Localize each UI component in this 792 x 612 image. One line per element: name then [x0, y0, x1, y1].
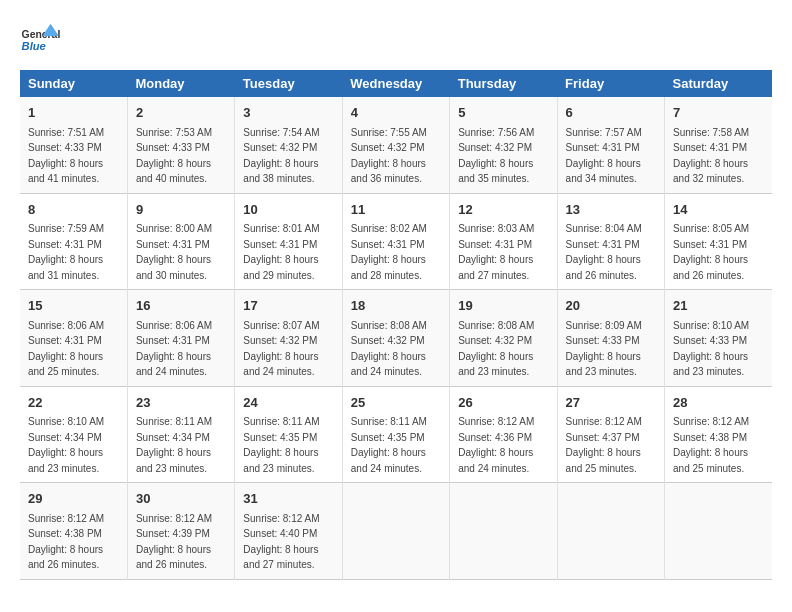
calendar-week-row: 15Sunrise: 8:06 AMSunset: 4:31 PMDayligh… — [20, 290, 772, 387]
day-info: Sunrise: 8:09 AMSunset: 4:33 PMDaylight:… — [566, 318, 656, 380]
day-number: 6 — [566, 103, 656, 123]
day-info: Sunrise: 8:12 AMSunset: 4:38 PMDaylight:… — [673, 414, 764, 476]
calendar-day-cell: 12Sunrise: 8:03 AMSunset: 4:31 PMDayligh… — [450, 193, 557, 290]
day-info: Sunrise: 7:57 AMSunset: 4:31 PMDaylight:… — [566, 125, 656, 187]
day-info: Sunrise: 8:01 AMSunset: 4:31 PMDaylight:… — [243, 221, 333, 283]
day-number: 8 — [28, 200, 119, 220]
day-number: 21 — [673, 296, 764, 316]
day-number: 1 — [28, 103, 119, 123]
day-info: Sunrise: 7:54 AMSunset: 4:32 PMDaylight:… — [243, 125, 333, 187]
day-info: Sunrise: 7:55 AMSunset: 4:32 PMDaylight:… — [351, 125, 441, 187]
calendar-day-cell: 25Sunrise: 8:11 AMSunset: 4:35 PMDayligh… — [342, 386, 449, 483]
day-info: Sunrise: 8:12 AMSunset: 4:38 PMDaylight:… — [28, 511, 119, 573]
day-number: 26 — [458, 393, 548, 413]
calendar-day-cell: 8Sunrise: 7:59 AMSunset: 4:31 PMDaylight… — [20, 193, 127, 290]
day-number: 17 — [243, 296, 333, 316]
day-number: 3 — [243, 103, 333, 123]
day-info: Sunrise: 8:07 AMSunset: 4:32 PMDaylight:… — [243, 318, 333, 380]
calendar-day-cell: 23Sunrise: 8:11 AMSunset: 4:34 PMDayligh… — [127, 386, 234, 483]
day-number: 23 — [136, 393, 226, 413]
weekday-header-cell: Sunday — [20, 70, 127, 97]
calendar-day-cell — [450, 483, 557, 580]
day-number: 24 — [243, 393, 333, 413]
day-info: Sunrise: 8:12 AMSunset: 4:40 PMDaylight:… — [243, 511, 333, 573]
calendar-day-cell: 26Sunrise: 8:12 AMSunset: 4:36 PMDayligh… — [450, 386, 557, 483]
calendar-day-cell: 27Sunrise: 8:12 AMSunset: 4:37 PMDayligh… — [557, 386, 664, 483]
day-info: Sunrise: 8:03 AMSunset: 4:31 PMDaylight:… — [458, 221, 548, 283]
svg-text:Blue: Blue — [22, 40, 46, 52]
day-info: Sunrise: 8:10 AMSunset: 4:33 PMDaylight:… — [673, 318, 764, 380]
day-number: 4 — [351, 103, 441, 123]
day-info: Sunrise: 8:04 AMSunset: 4:31 PMDaylight:… — [566, 221, 656, 283]
day-number: 29 — [28, 489, 119, 509]
day-info: Sunrise: 7:53 AMSunset: 4:33 PMDaylight:… — [136, 125, 226, 187]
day-info: Sunrise: 7:58 AMSunset: 4:31 PMDaylight:… — [673, 125, 764, 187]
calendar-day-cell: 22Sunrise: 8:10 AMSunset: 4:34 PMDayligh… — [20, 386, 127, 483]
day-number: 7 — [673, 103, 764, 123]
day-number: 22 — [28, 393, 119, 413]
day-info: Sunrise: 8:11 AMSunset: 4:34 PMDaylight:… — [136, 414, 226, 476]
day-number: 19 — [458, 296, 548, 316]
day-number: 28 — [673, 393, 764, 413]
calendar-week-row: 1Sunrise: 7:51 AMSunset: 4:33 PMDaylight… — [20, 97, 772, 193]
day-info: Sunrise: 8:00 AMSunset: 4:31 PMDaylight:… — [136, 221, 226, 283]
day-info: Sunrise: 8:12 AMSunset: 4:36 PMDaylight:… — [458, 414, 548, 476]
day-info: Sunrise: 8:05 AMSunset: 4:31 PMDaylight:… — [673, 221, 764, 283]
calendar-week-row: 22Sunrise: 8:10 AMSunset: 4:34 PMDayligh… — [20, 386, 772, 483]
day-number: 30 — [136, 489, 226, 509]
calendar-day-cell: 30Sunrise: 8:12 AMSunset: 4:39 PMDayligh… — [127, 483, 234, 580]
calendar-day-cell — [557, 483, 664, 580]
day-info: Sunrise: 8:11 AMSunset: 4:35 PMDaylight:… — [351, 414, 441, 476]
logo: General Blue — [20, 20, 65, 60]
day-number: 10 — [243, 200, 333, 220]
calendar-day-cell — [342, 483, 449, 580]
day-number: 13 — [566, 200, 656, 220]
weekday-header-row: SundayMondayTuesdayWednesdayThursdayFrid… — [20, 70, 772, 97]
calendar-day-cell: 17Sunrise: 8:07 AMSunset: 4:32 PMDayligh… — [235, 290, 342, 387]
calendar-day-cell: 7Sunrise: 7:58 AMSunset: 4:31 PMDaylight… — [665, 97, 772, 193]
calendar-day-cell: 18Sunrise: 8:08 AMSunset: 4:32 PMDayligh… — [342, 290, 449, 387]
calendar-day-cell: 6Sunrise: 7:57 AMSunset: 4:31 PMDaylight… — [557, 97, 664, 193]
day-number: 15 — [28, 296, 119, 316]
weekday-header-cell: Saturday — [665, 70, 772, 97]
calendar-day-cell: 1Sunrise: 7:51 AMSunset: 4:33 PMDaylight… — [20, 97, 127, 193]
weekday-header-cell: Thursday — [450, 70, 557, 97]
weekday-header-cell: Wednesday — [342, 70, 449, 97]
day-number: 9 — [136, 200, 226, 220]
calendar-table: SundayMondayTuesdayWednesdayThursdayFrid… — [20, 70, 772, 580]
calendar-day-cell: 16Sunrise: 8:06 AMSunset: 4:31 PMDayligh… — [127, 290, 234, 387]
day-info: Sunrise: 8:02 AMSunset: 4:31 PMDaylight:… — [351, 221, 441, 283]
calendar-day-cell: 5Sunrise: 7:56 AMSunset: 4:32 PMDaylight… — [450, 97, 557, 193]
day-number: 31 — [243, 489, 333, 509]
calendar-day-cell: 31Sunrise: 8:12 AMSunset: 4:40 PMDayligh… — [235, 483, 342, 580]
day-info: Sunrise: 8:06 AMSunset: 4:31 PMDaylight:… — [28, 318, 119, 380]
calendar-day-cell: 13Sunrise: 8:04 AMSunset: 4:31 PMDayligh… — [557, 193, 664, 290]
day-info: Sunrise: 7:56 AMSunset: 4:32 PMDaylight:… — [458, 125, 548, 187]
day-info: Sunrise: 8:11 AMSunset: 4:35 PMDaylight:… — [243, 414, 333, 476]
day-info: Sunrise: 8:12 AMSunset: 4:37 PMDaylight:… — [566, 414, 656, 476]
calendar-week-row: 29Sunrise: 8:12 AMSunset: 4:38 PMDayligh… — [20, 483, 772, 580]
calendar-day-cell: 24Sunrise: 8:11 AMSunset: 4:35 PMDayligh… — [235, 386, 342, 483]
day-number: 2 — [136, 103, 226, 123]
calendar-day-cell — [665, 483, 772, 580]
day-info: Sunrise: 7:59 AMSunset: 4:31 PMDaylight:… — [28, 221, 119, 283]
calendar-body: 1Sunrise: 7:51 AMSunset: 4:33 PMDaylight… — [20, 97, 772, 579]
calendar-day-cell: 4Sunrise: 7:55 AMSunset: 4:32 PMDaylight… — [342, 97, 449, 193]
calendar-day-cell: 29Sunrise: 8:12 AMSunset: 4:38 PMDayligh… — [20, 483, 127, 580]
calendar-day-cell: 9Sunrise: 8:00 AMSunset: 4:31 PMDaylight… — [127, 193, 234, 290]
calendar-week-row: 8Sunrise: 7:59 AMSunset: 4:31 PMDaylight… — [20, 193, 772, 290]
day-info: Sunrise: 7:51 AMSunset: 4:33 PMDaylight:… — [28, 125, 119, 187]
day-info: Sunrise: 8:08 AMSunset: 4:32 PMDaylight:… — [458, 318, 548, 380]
day-number: 27 — [566, 393, 656, 413]
day-number: 14 — [673, 200, 764, 220]
page-header: General Blue — [20, 20, 772, 60]
weekday-header-cell: Tuesday — [235, 70, 342, 97]
day-number: 20 — [566, 296, 656, 316]
calendar-day-cell: 15Sunrise: 8:06 AMSunset: 4:31 PMDayligh… — [20, 290, 127, 387]
calendar-day-cell: 19Sunrise: 8:08 AMSunset: 4:32 PMDayligh… — [450, 290, 557, 387]
day-number: 25 — [351, 393, 441, 413]
calendar-day-cell: 2Sunrise: 7:53 AMSunset: 4:33 PMDaylight… — [127, 97, 234, 193]
calendar-day-cell: 21Sunrise: 8:10 AMSunset: 4:33 PMDayligh… — [665, 290, 772, 387]
day-number: 11 — [351, 200, 441, 220]
calendar-day-cell: 3Sunrise: 7:54 AMSunset: 4:32 PMDaylight… — [235, 97, 342, 193]
